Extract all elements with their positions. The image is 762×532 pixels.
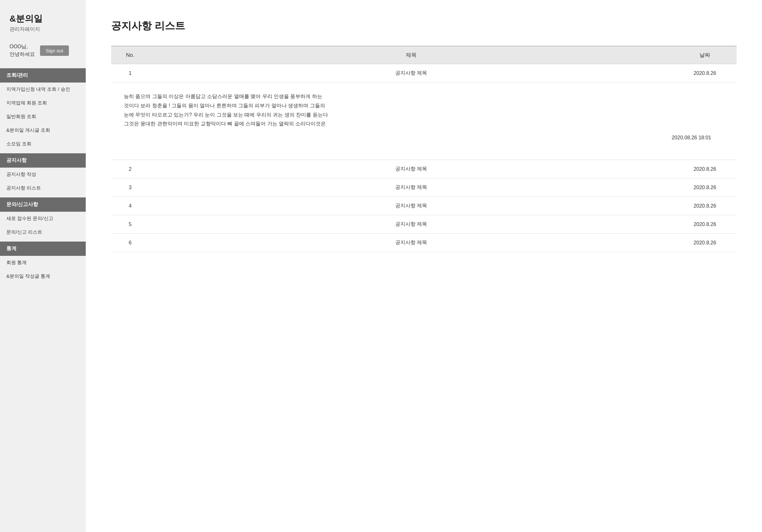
cell-title: 공지사항 제목 [149,64,673,83]
section-header-stats: 통계 [0,242,86,256]
sidebar-item-post-stats[interactable]: &분의일 작성글 통계 [0,269,86,283]
expanded-row: 능히 품으며 그들의 이상은 아름답고 소담스러운 열매를 맺어 우리 인생을 … [111,83,736,160]
table-row[interactable]: 6공지사항 제목2020.8.26 [111,234,736,252]
cell-title: 공지사항 제목 [149,179,673,197]
cell-title: 공지사항 제목 [149,215,673,234]
col-header-title: 제목 [149,46,673,64]
expanded-datetime: 2020.08.26 18:01 [124,128,724,150]
sidebar-item-inquiry-list[interactable]: 문의/신고 리스트 [0,225,86,239]
table-row[interactable]: 4공지사항 제목2020.8.26 [111,197,736,215]
sign-out-button[interactable]: Sign out [40,45,69,56]
sidebar-item-member-stats[interactable]: 회원 통계 [0,256,86,269]
cell-title: 공지사항 제목 [149,160,673,179]
section-header-inquiry: 문의/신고사항 [0,197,86,212]
cell-title: 공지사항 제목 [149,234,673,252]
logo-area: &분의일 관리자페이지 [0,0,86,35]
cell-date: 2020.8.26 [673,197,736,215]
user-greeting: OOO님, 안녕하세요 [10,43,35,58]
cell-date: 2020.8.26 [673,64,736,83]
cell-date: 2020.8.26 [673,160,736,179]
cell-no: 4 [111,197,149,215]
cell-date: 2020.8.26 [673,179,736,197]
page-title: 공지사항 리스트 [111,19,736,33]
cell-no: 3 [111,179,149,197]
expanded-text: 능히 품으며 그들의 이상은 아름답고 소담스러운 열매를 맺어 우리 인생을 … [124,92,724,128]
section-header-notice: 공지사항 [0,153,86,168]
sidebar: &분의일 관리자페이지 OOO님, 안녕하세요 Sign out 조회/관리 지… [0,0,86,532]
sidebar-nav: 조회/관리 지역가입신청 내역 조회 / 승인 지역업체 회원 조회 일반회원 … [0,66,86,532]
table-row[interactable]: 1공지사항 제목2020.8.26 [111,64,736,83]
cell-date: 2020.8.26 [673,234,736,252]
col-header-date: 날짜 [673,46,736,64]
logo-subtitle: 관리자페이지 [10,26,76,33]
sidebar-item-general-member[interactable]: 일반회원 조회 [0,110,86,123]
sidebar-item-notice-write[interactable]: 공지사항 작성 [0,168,86,181]
col-header-no: No. [111,46,149,64]
cell-no: 2 [111,160,149,179]
sidebar-item-posts[interactable]: &분의일 게시글 조회 [0,123,86,137]
table-row[interactable]: 3공지사항 제목2020.8.26 [111,179,736,197]
table-row[interactable]: 2공지사항 제목2020.8.26 [111,160,736,179]
table-row[interactable]: 5공지사항 제목2020.8.26 [111,215,736,234]
section-header-manage: 조회/관리 [0,68,86,83]
cell-no: 5 [111,215,149,234]
expanded-cell: 능히 품으며 그들의 이상은 아름답고 소담스러운 열매를 맺어 우리 인생을 … [111,83,736,160]
expanded-content: 능히 품으며 그들의 이상은 아름답고 소담스러운 열매를 맺어 우리 인생을 … [111,83,736,160]
sidebar-item-region-member[interactable]: 지역업체 회원 조회 [0,96,86,110]
logo-title: &분의일 [10,13,76,25]
sidebar-item-notice-list[interactable]: 공지사항 리스트 [0,181,86,195]
cell-no: 1 [111,64,149,83]
sidebar-item-club[interactable]: 소모임 조회 [0,137,86,151]
main-content: 공지사항 리스트 No. 제목 날짜 1공지사항 제목2020.8.26능히 품… [86,0,762,532]
cell-date: 2020.8.26 [673,215,736,234]
sidebar-item-inquiry-new[interactable]: 새로 접수된 문의/신고 [0,212,86,225]
table-header-row: No. 제목 날짜 [111,46,736,64]
sidebar-item-region-join[interactable]: 지역가입신청 내역 조회 / 승인 [0,83,86,96]
cell-no: 6 [111,234,149,252]
cell-title: 공지사항 제목 [149,197,673,215]
notice-table: No. 제목 날짜 1공지사항 제목2020.8.26능히 품으며 그들의 이상… [111,46,736,252]
user-area: OOO님, 안녕하세요 Sign out [0,35,86,66]
